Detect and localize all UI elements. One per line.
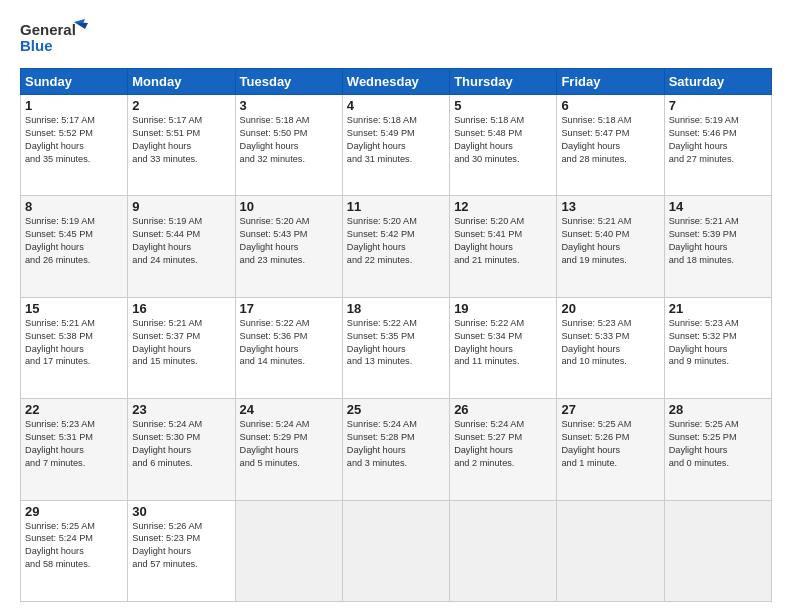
calendar-week-1: 1Sunrise: 5:17 AMSunset: 5:52 PMDaylight… (21, 95, 772, 196)
calendar-cell (664, 500, 771, 601)
logo: GeneralBlue (20, 18, 90, 58)
calendar-cell: 14Sunrise: 5:21 AMSunset: 5:39 PMDayligh… (664, 196, 771, 297)
cell-info: Sunrise: 5:20 AMSunset: 5:42 PMDaylight … (347, 216, 417, 265)
calendar-cell: 21Sunrise: 5:23 AMSunset: 5:32 PMDayligh… (664, 297, 771, 398)
calendar-cell: 17Sunrise: 5:22 AMSunset: 5:36 PMDayligh… (235, 297, 342, 398)
calendar-header-wednesday: Wednesday (342, 69, 449, 95)
calendar-week-2: 8Sunrise: 5:19 AMSunset: 5:45 PMDaylight… (21, 196, 772, 297)
day-number: 5 (454, 98, 552, 113)
day-number: 26 (454, 402, 552, 417)
calendar-cell (450, 500, 557, 601)
day-number: 12 (454, 199, 552, 214)
day-number: 3 (240, 98, 338, 113)
cell-info: Sunrise: 5:25 AMSunset: 5:26 PMDaylight … (561, 419, 631, 468)
header: GeneralBlue (20, 18, 772, 58)
cell-info: Sunrise: 5:24 AMSunset: 5:28 PMDaylight … (347, 419, 417, 468)
calendar-cell: 16Sunrise: 5:21 AMSunset: 5:37 PMDayligh… (128, 297, 235, 398)
day-number: 14 (669, 199, 767, 214)
cell-info: Sunrise: 5:19 AMSunset: 5:44 PMDaylight … (132, 216, 202, 265)
cell-info: Sunrise: 5:21 AMSunset: 5:40 PMDaylight … (561, 216, 631, 265)
day-number: 18 (347, 301, 445, 316)
day-number: 8 (25, 199, 123, 214)
cell-info: Sunrise: 5:21 AMSunset: 5:37 PMDaylight … (132, 318, 202, 367)
cell-info: Sunrise: 5:18 AMSunset: 5:48 PMDaylight … (454, 115, 524, 164)
cell-info: Sunrise: 5:18 AMSunset: 5:50 PMDaylight … (240, 115, 310, 164)
cell-info: Sunrise: 5:22 AMSunset: 5:35 PMDaylight … (347, 318, 417, 367)
calendar-cell: 19Sunrise: 5:22 AMSunset: 5:34 PMDayligh… (450, 297, 557, 398)
cell-info: Sunrise: 5:23 AMSunset: 5:32 PMDaylight … (669, 318, 739, 367)
calendar-cell: 4Sunrise: 5:18 AMSunset: 5:49 PMDaylight… (342, 95, 449, 196)
calendar-cell: 28Sunrise: 5:25 AMSunset: 5:25 PMDayligh… (664, 399, 771, 500)
calendar-cell: 27Sunrise: 5:25 AMSunset: 5:26 PMDayligh… (557, 399, 664, 500)
cell-info: Sunrise: 5:22 AMSunset: 5:36 PMDaylight … (240, 318, 310, 367)
day-number: 30 (132, 504, 230, 519)
cell-info: Sunrise: 5:17 AMSunset: 5:51 PMDaylight … (132, 115, 202, 164)
calendar-cell: 1Sunrise: 5:17 AMSunset: 5:52 PMDaylight… (21, 95, 128, 196)
day-number: 19 (454, 301, 552, 316)
cell-info: Sunrise: 5:17 AMSunset: 5:52 PMDaylight … (25, 115, 95, 164)
calendar-cell: 23Sunrise: 5:24 AMSunset: 5:30 PMDayligh… (128, 399, 235, 500)
cell-info: Sunrise: 5:20 AMSunset: 5:41 PMDaylight … (454, 216, 524, 265)
cell-info: Sunrise: 5:24 AMSunset: 5:27 PMDaylight … (454, 419, 524, 468)
calendar-cell: 10Sunrise: 5:20 AMSunset: 5:43 PMDayligh… (235, 196, 342, 297)
calendar-cell: 26Sunrise: 5:24 AMSunset: 5:27 PMDayligh… (450, 399, 557, 500)
day-number: 25 (347, 402, 445, 417)
cell-info: Sunrise: 5:18 AMSunset: 5:49 PMDaylight … (347, 115, 417, 164)
calendar-header-tuesday: Tuesday (235, 69, 342, 95)
cell-info: Sunrise: 5:23 AMSunset: 5:33 PMDaylight … (561, 318, 631, 367)
calendar-header-monday: Monday (128, 69, 235, 95)
cell-info: Sunrise: 5:22 AMSunset: 5:34 PMDaylight … (454, 318, 524, 367)
calendar-week-4: 22Sunrise: 5:23 AMSunset: 5:31 PMDayligh… (21, 399, 772, 500)
cell-info: Sunrise: 5:20 AMSunset: 5:43 PMDaylight … (240, 216, 310, 265)
day-number: 6 (561, 98, 659, 113)
day-number: 11 (347, 199, 445, 214)
calendar-cell: 24Sunrise: 5:24 AMSunset: 5:29 PMDayligh… (235, 399, 342, 500)
day-number: 1 (25, 98, 123, 113)
cell-info: Sunrise: 5:26 AMSunset: 5:23 PMDaylight … (132, 521, 202, 570)
cell-info: Sunrise: 5:19 AMSunset: 5:45 PMDaylight … (25, 216, 95, 265)
calendar-cell: 15Sunrise: 5:21 AMSunset: 5:38 PMDayligh… (21, 297, 128, 398)
day-number: 10 (240, 199, 338, 214)
calendar-cell: 18Sunrise: 5:22 AMSunset: 5:35 PMDayligh… (342, 297, 449, 398)
calendar-cell: 12Sunrise: 5:20 AMSunset: 5:41 PMDayligh… (450, 196, 557, 297)
cell-info: Sunrise: 5:21 AMSunset: 5:39 PMDaylight … (669, 216, 739, 265)
calendar-cell: 11Sunrise: 5:20 AMSunset: 5:42 PMDayligh… (342, 196, 449, 297)
day-number: 22 (25, 402, 123, 417)
calendar-week-3: 15Sunrise: 5:21 AMSunset: 5:38 PMDayligh… (21, 297, 772, 398)
day-number: 17 (240, 301, 338, 316)
day-number: 27 (561, 402, 659, 417)
cell-info: Sunrise: 5:24 AMSunset: 5:29 PMDaylight … (240, 419, 310, 468)
page: GeneralBlue SundayMondayTuesdayWednesday… (0, 0, 792, 612)
day-number: 29 (25, 504, 123, 519)
calendar-cell: 22Sunrise: 5:23 AMSunset: 5:31 PMDayligh… (21, 399, 128, 500)
calendar-cell: 25Sunrise: 5:24 AMSunset: 5:28 PMDayligh… (342, 399, 449, 500)
cell-info: Sunrise: 5:23 AMSunset: 5:31 PMDaylight … (25, 419, 95, 468)
calendar-header-sunday: Sunday (21, 69, 128, 95)
day-number: 9 (132, 199, 230, 214)
day-number: 20 (561, 301, 659, 316)
calendar-header-saturday: Saturday (664, 69, 771, 95)
calendar-header-friday: Friday (557, 69, 664, 95)
calendar-cell: 30Sunrise: 5:26 AMSunset: 5:23 PMDayligh… (128, 500, 235, 601)
calendar-header-thursday: Thursday (450, 69, 557, 95)
svg-text:General: General (20, 21, 76, 38)
svg-text:Blue: Blue (20, 37, 53, 54)
day-number: 21 (669, 301, 767, 316)
day-number: 28 (669, 402, 767, 417)
calendar-week-5: 29Sunrise: 5:25 AMSunset: 5:24 PMDayligh… (21, 500, 772, 601)
calendar-cell: 8Sunrise: 5:19 AMSunset: 5:45 PMDaylight… (21, 196, 128, 297)
day-number: 2 (132, 98, 230, 113)
cell-info: Sunrise: 5:25 AMSunset: 5:25 PMDaylight … (669, 419, 739, 468)
cell-info: Sunrise: 5:18 AMSunset: 5:47 PMDaylight … (561, 115, 631, 164)
cell-info: Sunrise: 5:19 AMSunset: 5:46 PMDaylight … (669, 115, 739, 164)
calendar-cell (557, 500, 664, 601)
calendar-cell: 13Sunrise: 5:21 AMSunset: 5:40 PMDayligh… (557, 196, 664, 297)
cell-info: Sunrise: 5:21 AMSunset: 5:38 PMDaylight … (25, 318, 95, 367)
calendar-cell: 6Sunrise: 5:18 AMSunset: 5:47 PMDaylight… (557, 95, 664, 196)
calendar-cell: 9Sunrise: 5:19 AMSunset: 5:44 PMDaylight… (128, 196, 235, 297)
day-number: 4 (347, 98, 445, 113)
cell-info: Sunrise: 5:24 AMSunset: 5:30 PMDaylight … (132, 419, 202, 468)
day-number: 7 (669, 98, 767, 113)
day-number: 16 (132, 301, 230, 316)
day-number: 24 (240, 402, 338, 417)
